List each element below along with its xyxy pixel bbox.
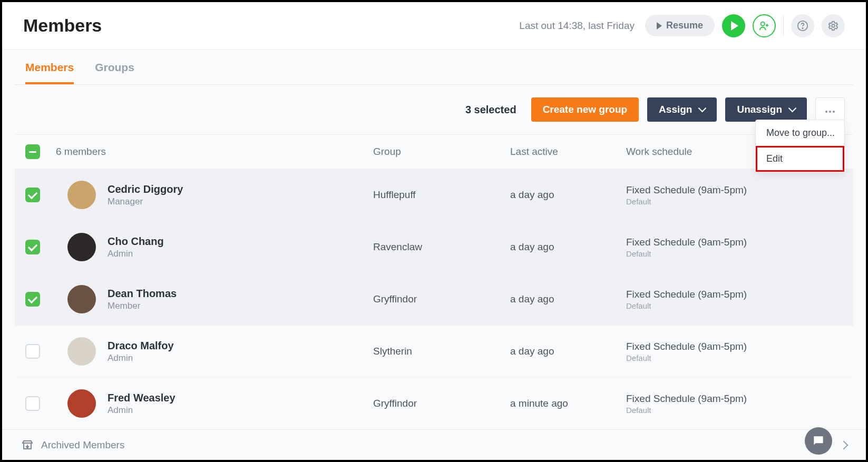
cell-group: Gryffindor	[363, 273, 500, 326]
members-table: 6 members Group Last active Work schedul…	[15, 134, 853, 462]
divider	[783, 15, 784, 36]
resume-label: Resume	[666, 20, 703, 31]
table-row[interactable]: Cho Chang Admin Ravenclaw a day ago Fixe…	[15, 221, 853, 273]
row-checkbox[interactable]	[25, 240, 40, 254]
member-name: Fred Weasley	[108, 392, 175, 404]
more-icon	[825, 110, 835, 113]
assign-button[interactable]: Assign	[647, 97, 717, 122]
row-checkbox[interactable]	[25, 292, 40, 307]
cell-last-active: a day ago	[500, 326, 616, 378]
col-members: 6 members	[15, 135, 363, 169]
unassign-label: Unassign	[737, 104, 782, 115]
assign-label: Assign	[659, 104, 692, 115]
members-count: 6 members	[56, 146, 106, 158]
table-row[interactable]: Dean Thomas Member Gryffindor a day ago …	[15, 273, 853, 326]
svg-point-0	[761, 22, 765, 25]
settings-button[interactable]	[822, 14, 845, 37]
dropdown-move-to-group[interactable]: Move to group...	[756, 120, 844, 146]
table-row[interactable]: Cedric Diggory Manager Hufflepuff a day …	[15, 169, 853, 221]
row-checkbox[interactable]	[25, 344, 40, 359]
cell-schedule: Fixed Schedule (9am-5pm) Default	[616, 169, 853, 221]
user-plus-icon	[758, 20, 770, 32]
avatar	[67, 233, 96, 261]
avatar	[67, 337, 96, 366]
cell-last-active: a day ago	[500, 221, 616, 273]
resume-button[interactable]: Resume	[645, 15, 715, 36]
tab-groups[interactable]: Groups	[95, 61, 134, 84]
select-all-checkbox[interactable]	[25, 144, 40, 159]
play-button[interactable]	[722, 14, 745, 37]
chevron-right-icon[interactable]	[841, 439, 847, 451]
chevron-down-icon	[699, 104, 705, 115]
more-actions-button[interactable]	[815, 97, 845, 122]
member-name: Cho Chang	[108, 235, 164, 248]
row-checkbox[interactable]	[25, 396, 40, 411]
play-icon	[657, 22, 662, 30]
svg-point-3	[832, 24, 835, 27]
selected-count: 3 selected	[465, 104, 516, 116]
svg-point-4	[825, 111, 827, 113]
member-role: Admin	[108, 353, 174, 363]
member-name: Cedric Diggory	[108, 183, 183, 195]
tab-members[interactable]: Members	[25, 61, 74, 84]
last-out-text: Last out 14:38, last Friday	[519, 20, 635, 32]
topbar-right: Last out 14:38, last Friday Resume	[519, 14, 845, 37]
action-bar: 3 selected Create new group Assign Unass…	[15, 85, 853, 134]
unassign-button[interactable]: Unassign	[725, 97, 807, 122]
cell-group: Slytherin	[363, 326, 500, 378]
more-actions-dropdown: Move to group... Edit	[755, 120, 845, 172]
cell-schedule: Fixed Schedule (9am-5pm) Default	[616, 378, 853, 430]
cell-schedule: Fixed Schedule (9am-5pm) Default	[616, 221, 853, 273]
member-role: Admin	[108, 405, 175, 416]
dropdown-edit[interactable]: Edit	[756, 146, 844, 172]
cell-last-active: a minute ago	[500, 378, 616, 430]
member-name: Draco Malfoy	[108, 340, 174, 352]
tabs: Members Groups	[15, 50, 853, 85]
cell-group: Gryffindor	[363, 378, 500, 430]
svg-point-2	[802, 27, 803, 28]
cell-group: Ravenclaw	[363, 221, 500, 273]
chat-icon	[812, 434, 825, 448]
content: Members Groups 3 selected Create new gro…	[2, 50, 866, 462]
member-role: Admin	[108, 249, 164, 259]
avatar	[67, 181, 96, 209]
chevron-down-icon	[789, 104, 795, 115]
col-group[interactable]: Group	[363, 135, 500, 169]
cell-group: Hufflepuff	[363, 169, 500, 221]
topbar: Members Last out 14:38, last Friday Resu…	[2, 2, 866, 50]
cell-schedule: Fixed Schedule (9am-5pm) Default	[616, 273, 853, 326]
avatar	[67, 389, 96, 418]
member-role: Member	[108, 301, 177, 311]
table-row[interactable]: Fred Weasley Admin Gryffindor a minute a…	[15, 378, 853, 430]
table-row[interactable]: Draco Malfoy Admin Slytherin a day ago F…	[15, 326, 853, 378]
chat-widget[interactable]	[805, 427, 832, 455]
play-icon	[731, 21, 738, 31]
row-checkbox[interactable]	[25, 188, 40, 202]
page-title: Members	[23, 15, 102, 36]
cell-schedule: Fixed Schedule (9am-5pm) Default	[616, 326, 853, 378]
help-button[interactable]	[791, 14, 814, 37]
settings-icon	[827, 20, 839, 32]
member-name: Dean Thomas	[108, 288, 177, 300]
help-icon	[797, 20, 808, 32]
svg-point-5	[829, 111, 831, 113]
col-last-active[interactable]: Last active	[500, 135, 616, 169]
create-group-button[interactable]: Create new group	[531, 97, 639, 122]
avatar	[67, 285, 96, 313]
cell-last-active: a day ago	[500, 273, 616, 326]
add-member-button[interactable]	[753, 14, 776, 37]
archive-icon	[21, 439, 34, 451]
svg-point-6	[833, 111, 835, 113]
cell-last-active: a day ago	[500, 169, 616, 221]
table-header-row: 6 members Group Last active Work schedul…	[15, 135, 853, 169]
member-role: Manager	[108, 196, 183, 207]
archived-members-link[interactable]: Archived Members	[41, 439, 124, 451]
footer: Archived Members	[2, 429, 866, 460]
